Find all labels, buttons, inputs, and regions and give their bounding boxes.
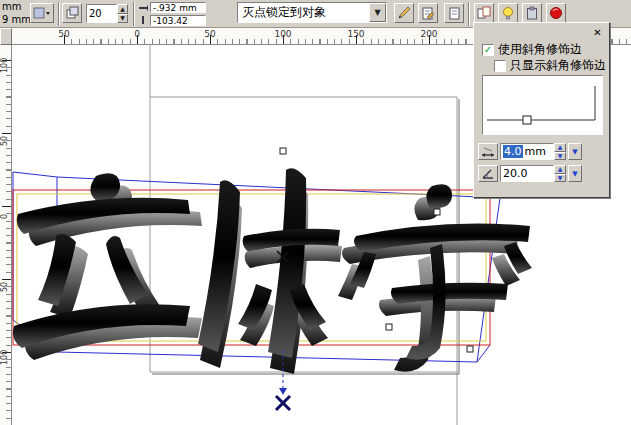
depth-value: 20 xyxy=(89,8,102,19)
ruler-origin-button[interactable] xyxy=(0,28,12,45)
preset-dropdown-button[interactable] xyxy=(30,3,54,23)
bevel-profile-graph xyxy=(483,76,602,134)
unit-label-bottom: 9 mm xyxy=(2,14,31,25)
handle-bottom[interactable] xyxy=(386,324,392,330)
bevel-distance-field[interactable]: 4.0 mm xyxy=(500,143,554,160)
handle-right[interactable] xyxy=(434,209,440,215)
bevel-distance-unit: mm xyxy=(525,145,546,158)
extrude-type-icon xyxy=(65,6,79,20)
use-bevel-label: 使用斜角修饰边 xyxy=(498,41,582,58)
angle-flyout-arrow-icon[interactable]: ▼ xyxy=(568,165,582,182)
two-pages-icon xyxy=(477,6,491,20)
preset-thumb-icon xyxy=(33,7,51,19)
spin-down-icon[interactable]: ▼ xyxy=(117,14,128,24)
bevel-distance-icon xyxy=(478,143,498,160)
depth-spinner[interactable]: ▲ ▼ xyxy=(117,4,128,23)
vertical-ruler[interactable]: 100 50 0 50 100 xyxy=(0,45,12,425)
spin-down-icon[interactable]: ▼ xyxy=(554,152,566,161)
spin-down-icon[interactable]: ▼ xyxy=(554,174,566,183)
use-bevel-row: ✓ 使用斜角修饰边 xyxy=(482,41,582,58)
ruler-label: 50 xyxy=(0,282,9,292)
handle-top-center[interactable] xyxy=(280,148,286,154)
bevel-options-panel: ✕ ✓ 使用斜角修饰边 只显示斜角修饰边 xyxy=(473,22,610,198)
ruler-label: 0 xyxy=(134,29,140,39)
separator xyxy=(133,2,135,26)
spin-up-icon[interactable]: ▲ xyxy=(117,4,128,14)
spin-up-icon[interactable]: ▲ xyxy=(554,143,566,152)
separator xyxy=(58,2,60,26)
dropdown-arrow-icon[interactable]: ▼ xyxy=(369,3,386,22)
page-icon xyxy=(447,6,461,20)
lighting-button[interactable] xyxy=(498,3,518,23)
ruler-label: 0 xyxy=(0,214,9,219)
vp-x-field[interactable]: -.932 mm xyxy=(150,2,206,13)
bevel-distance-value: 4.0 xyxy=(503,145,523,158)
bevel-button[interactable] xyxy=(546,3,566,23)
depth-field[interactable]: 20 xyxy=(86,4,117,23)
clipboard-icon xyxy=(525,6,539,20)
handle-bottom-right[interactable] xyxy=(467,346,473,352)
app-window: 50 0 50 100 150 200 100 50 0 50 100 mm 9… xyxy=(0,0,631,425)
show-only-bevel-row: 只显示斜角修饰边 xyxy=(494,57,606,74)
show-only-bevel-checkbox[interactable] xyxy=(494,60,506,72)
ruler-label: 150 xyxy=(347,29,364,39)
depth-spinbox[interactable]: 20 ▲ ▼ xyxy=(86,4,128,23)
edit-vp-button[interactable] xyxy=(394,3,414,23)
ruler-label: 100 xyxy=(0,350,9,365)
bevel-distance-spinner[interactable]: ▲ ▼ xyxy=(554,143,566,160)
ruler-label: 50 xyxy=(58,29,69,39)
copy-properties-button[interactable] xyxy=(474,3,494,23)
use-bevel-checkbox[interactable]: ✓ xyxy=(482,44,494,56)
vanishing-point-marker[interactable] xyxy=(276,396,290,410)
pencil-icon xyxy=(397,6,411,20)
bevel-angle-icon xyxy=(478,165,498,182)
vp-y-icon xyxy=(138,15,148,25)
profile-handle[interactable] xyxy=(523,116,531,124)
separator xyxy=(468,2,470,26)
spin-up-icon[interactable]: ▲ xyxy=(554,165,566,174)
ruler-label: 50 xyxy=(204,29,215,39)
show-only-bevel-label: 只显示斜角修饰边 xyxy=(510,57,606,74)
page-edit-icon xyxy=(421,6,435,20)
copy-extrude-from-button[interactable] xyxy=(418,3,438,23)
unit-label-top: mm xyxy=(2,1,21,12)
ruler-label: 100 xyxy=(0,58,9,73)
lightbulb-icon xyxy=(501,6,515,20)
vp-y-value: -103.42 xyxy=(153,16,188,26)
ruler-label: 50 xyxy=(0,136,9,146)
artwork-3d-text[interactable] xyxy=(13,168,532,374)
ruler-label: 100 xyxy=(274,29,291,39)
bevel-profile-editor[interactable] xyxy=(482,75,603,135)
vanishing-point-mode-dropdown[interactable]: 灭点锁定到对象 ▼ xyxy=(237,2,387,23)
bevel-angle-row: 20.0 ▲ ▼ ▼ xyxy=(478,165,582,182)
bevel-distance-row: 4.0 mm ▲ ▼ ▼ xyxy=(478,143,582,160)
red-circle-icon xyxy=(549,6,563,20)
close-icon[interactable]: ✕ xyxy=(591,26,604,39)
vp-y-field[interactable]: -103.42 xyxy=(150,15,206,26)
vp-mode-selected: 灭点锁定到对象 xyxy=(238,4,369,21)
bevel-angle-field[interactable]: 20.0 xyxy=(500,165,554,182)
vp-x-value: -.932 mm xyxy=(153,3,197,13)
extrude-type-button[interactable] xyxy=(62,3,82,23)
bevel-angle-spinner[interactable]: ▲ ▼ xyxy=(554,165,566,182)
color-button[interactable] xyxy=(522,3,542,23)
guide-arrow-icon xyxy=(279,388,287,395)
bevel-angle-value: 20.0 xyxy=(503,167,528,180)
vp-x-icon xyxy=(138,3,148,13)
copy-page-button[interactable] xyxy=(444,3,464,23)
ruler-label: 200 xyxy=(420,29,437,39)
distance-flyout-arrow-icon[interactable]: ▼ xyxy=(568,143,582,160)
